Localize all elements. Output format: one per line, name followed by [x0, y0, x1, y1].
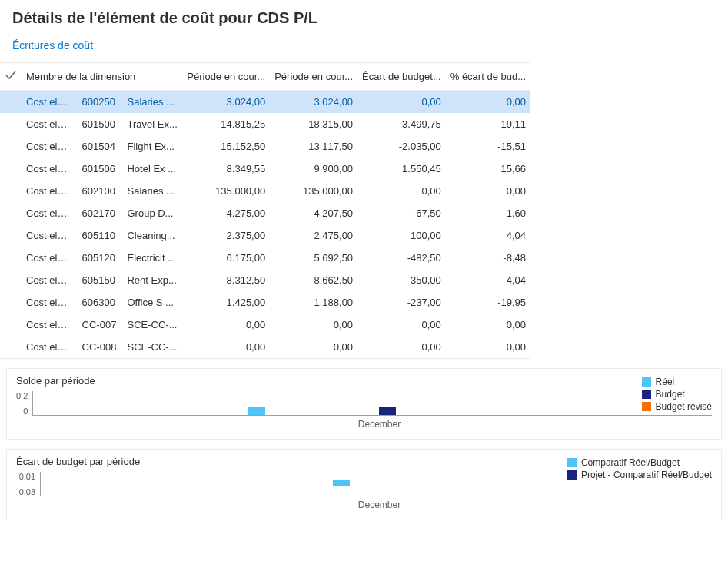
table-row[interactable]: Cost ele ...606300Office S ...1.425,001.… — [0, 291, 530, 314]
chart2-yaxis: 0,01 -0,03 — [16, 472, 40, 496]
legend-swatch-icon — [642, 402, 651, 411]
p1-cell: 1.425,00 — [182, 291, 270, 314]
cost-entries-link[interactable]: Écritures de coût — [12, 39, 93, 51]
desc-cell[interactable]: Group D... — [122, 202, 182, 224]
variance-cell: -482,50 — [357, 247, 446, 269]
variance-cell: 350,00 — [357, 269, 446, 291]
dim-cell[interactable]: Cost ele ... — [22, 269, 78, 291]
p1-cell: 8.312,50 — [182, 269, 270, 291]
col-variance-pct[interactable]: % écart de bud... — [446, 63, 530, 91]
desc-cell[interactable]: Rent Exp... — [122, 269, 182, 291]
col-dimension[interactable]: Membre de la dimension — [22, 63, 182, 91]
legend-item: Budget révisé — [642, 401, 712, 412]
variance-pct-cell: -15,51 — [446, 135, 530, 158]
desc-cell[interactable]: Flight Ex... — [122, 135, 182, 158]
row-select-cell[interactable] — [0, 269, 22, 291]
legend-item: Réel — [642, 377, 712, 387]
table-row[interactable]: Cost ele ...602170Group D...4.275,004.20… — [0, 202, 530, 224]
desc-cell[interactable]: Salaries ... — [122, 91, 182, 114]
table-row[interactable]: Cost ele ...601500Travel Ex...14.815,251… — [0, 113, 530, 135]
p1-cell: 4.275,00 — [182, 202, 270, 224]
table-row[interactable]: Cost ele ...601504Flight Ex...15.152,501… — [0, 135, 530, 158]
dim-cell[interactable]: Cost ele ... — [22, 247, 78, 269]
code-cell[interactable]: 601506 — [78, 158, 123, 180]
cost-table: Membre de la dimension Période en cour..… — [0, 62, 530, 359]
code-cell[interactable]: 602100 — [78, 180, 123, 202]
budget-variance-chart: Écart de budget par période 0,01 -0,03 D… — [6, 449, 722, 520]
col-variance[interactable]: Écart de budget... — [357, 63, 446, 91]
row-select-cell[interactable] — [0, 291, 22, 314]
variance-cell: -67,50 — [357, 202, 446, 224]
select-all-header[interactable] — [0, 63, 22, 91]
p1-cell: 6.175,00 — [182, 247, 270, 269]
dim-cell[interactable]: Cost ele ... — [22, 224, 78, 247]
desc-cell[interactable]: Salaries ... — [122, 180, 182, 202]
chart1-legend: Réel Budget Budget révisé — [642, 377, 712, 413]
row-select-cell[interactable] — [0, 224, 22, 247]
code-cell[interactable]: 601500 — [78, 113, 123, 135]
dim-cell[interactable]: Cost ele ... — [22, 91, 78, 114]
chart2-bar-comp — [333, 480, 350, 486]
variance-pct-cell: 4,04 — [446, 224, 530, 247]
legend-item: Comparatif Réel/Budget — [567, 457, 712, 468]
chart1-yaxis: 0,2 0 — [16, 391, 32, 416]
dim-cell[interactable]: Cost ele ... — [22, 180, 78, 202]
table-row[interactable]: Cost ele ...605110Cleaning...2.375,002.4… — [0, 224, 530, 247]
chart1-bar-budget — [379, 407, 396, 415]
desc-cell[interactable]: SCE-CC-... — [122, 314, 182, 336]
code-cell[interactable]: 605120 — [78, 247, 123, 269]
row-select-cell[interactable] — [0, 91, 22, 114]
dim-cell[interactable]: Cost ele ... — [22, 291, 78, 314]
table-row[interactable]: Cost ele ...602100Salaries ...135.000,00… — [0, 180, 530, 202]
desc-cell[interactable]: Travel Ex... — [122, 113, 182, 135]
code-cell[interactable]: CC-007 — [78, 314, 123, 336]
p2-cell: 5.692,50 — [270, 247, 357, 269]
table-row[interactable]: Cost ele ...605150Rent Exp...8.312,508.6… — [0, 269, 530, 291]
dim-cell[interactable]: Cost ele ... — [22, 336, 78, 358]
desc-cell[interactable]: Electricit ... — [122, 247, 182, 269]
dim-cell[interactable]: Cost ele ... — [22, 135, 78, 158]
code-cell[interactable]: 602170 — [78, 202, 123, 224]
desc-cell[interactable]: Office S ... — [122, 291, 182, 314]
row-select-cell[interactable] — [0, 158, 22, 180]
row-select-cell[interactable] — [0, 113, 22, 135]
desc-cell[interactable]: SCE-CC-... — [122, 336, 182, 358]
balance-by-period-chart: Solde par période 0,2 0 December Réel Bu… — [6, 368, 722, 440]
row-select-cell[interactable] — [0, 180, 22, 202]
table-row[interactable]: Cost ele ...600250Salaries ...3.024,003.… — [0, 91, 530, 114]
desc-cell[interactable]: Cleaning... — [122, 224, 182, 247]
row-select-cell[interactable] — [0, 135, 22, 158]
variance-pct-cell: -19,95 — [446, 291, 530, 314]
col-period2[interactable]: Période en cour... — [270, 63, 357, 91]
table-row[interactable]: Cost ele ...605120Electricit ...6.175,00… — [0, 247, 530, 269]
code-cell[interactable]: 605110 — [78, 224, 123, 247]
p2-cell: 4.207,50 — [270, 202, 357, 224]
table-row[interactable]: Cost ele ...CC-008SCE-CC-...0,000,000,00… — [0, 336, 530, 358]
p1-cell: 0,00 — [182, 314, 270, 336]
row-select-cell[interactable] — [0, 314, 22, 336]
col-period1[interactable]: Période en cour... — [182, 63, 270, 91]
table-row[interactable]: Cost ele ...CC-007SCE-CC-...0,000,000,00… — [0, 314, 530, 336]
row-select-cell[interactable] — [0, 247, 22, 269]
desc-cell[interactable]: Hotel Ex ... — [122, 158, 182, 180]
dim-cell[interactable]: Cost ele ... — [22, 314, 78, 336]
legend-label: Budget — [656, 389, 685, 400]
variance-pct-cell: 19,11 — [446, 113, 530, 135]
row-select-cell[interactable] — [0, 336, 22, 358]
dim-cell[interactable]: Cost ele ... — [22, 113, 78, 135]
table-row[interactable]: Cost ele ...601506Hotel Ex ...8.349,559.… — [0, 158, 530, 180]
p2-cell: 3.024,00 — [270, 91, 357, 114]
variance-pct-cell: 15,66 — [446, 158, 530, 180]
checkmark-icon — [5, 69, 17, 81]
code-cell[interactable]: 606300 — [78, 291, 123, 314]
dim-cell[interactable]: Cost ele ... — [22, 158, 78, 180]
code-cell[interactable]: 600250 — [78, 91, 123, 114]
dim-cell[interactable]: Cost ele ... — [22, 202, 78, 224]
variance-cell: 3.499,75 — [357, 113, 446, 135]
p1-cell: 14.815,25 — [182, 113, 270, 135]
code-cell[interactable]: 601504 — [78, 135, 123, 158]
p2-cell: 0,00 — [270, 314, 357, 336]
code-cell[interactable]: 605150 — [78, 269, 123, 291]
row-select-cell[interactable] — [0, 202, 22, 224]
code-cell[interactable]: CC-008 — [78, 336, 123, 358]
